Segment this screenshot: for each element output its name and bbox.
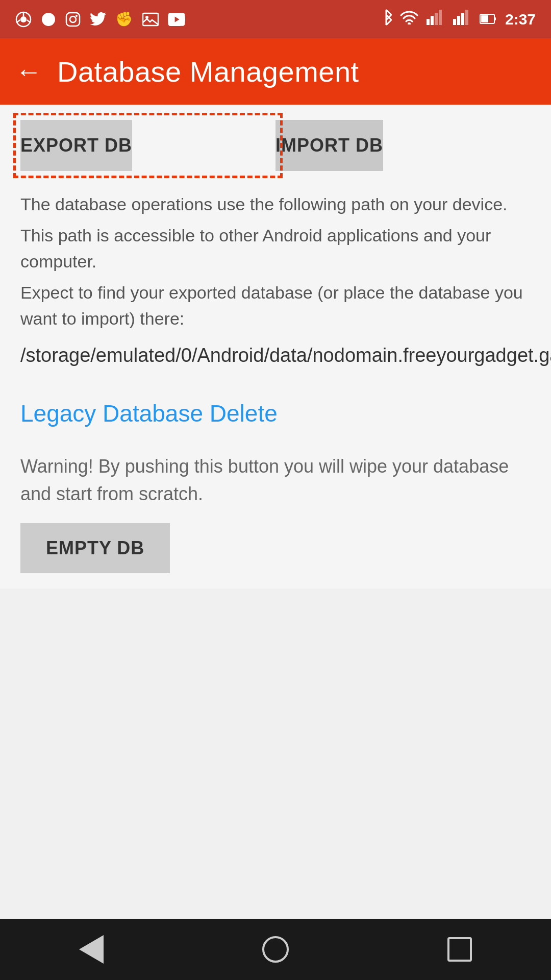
svg-rect-15 xyxy=(439,10,442,25)
time: 2:37 xyxy=(505,11,536,28)
status-bar: ✊ xyxy=(0,0,551,38)
bluetooth-icon xyxy=(381,9,392,30)
legacy-db-heading: Legacy Database Delete xyxy=(20,400,531,427)
svg-point-7 xyxy=(70,16,76,22)
svg-rect-12 xyxy=(427,19,430,25)
warning-text: Warning! By pushing this button you will… xyxy=(20,453,531,508)
svg-rect-18 xyxy=(461,13,464,25)
svg-point-5 xyxy=(42,13,55,26)
back-nav-icon xyxy=(79,935,104,964)
description-line1: The database operations use the followin… xyxy=(20,191,531,217)
svg-point-1 xyxy=(20,16,27,22)
app-bar: ← Database Management xyxy=(0,38,551,105)
battery-icon xyxy=(480,11,497,28)
svg-rect-21 xyxy=(481,15,488,22)
image-icon xyxy=(142,12,159,27)
circle-icon xyxy=(41,12,56,27)
nav-bar xyxy=(0,919,551,980)
status-bar-right-icons: 2:37 xyxy=(381,9,536,30)
nav-recents-button[interactable] xyxy=(447,937,472,962)
description-line2: This path is accessible to other Android… xyxy=(20,223,531,275)
youtube-icon xyxy=(168,13,185,26)
export-db-wrapper: EXPORT DB xyxy=(20,120,276,171)
home-nav-icon xyxy=(262,936,289,963)
status-bar-icons: ✊ xyxy=(15,11,185,28)
import-db-button[interactable]: IMPORT DB xyxy=(276,120,383,171)
svg-rect-14 xyxy=(435,13,438,25)
wifi-icon xyxy=(400,10,418,28)
svg-rect-17 xyxy=(457,16,460,25)
export-db-button[interactable]: EXPORT DB xyxy=(20,120,132,171)
import-db-wrapper: IMPORT DB xyxy=(276,120,531,171)
signal-icon-2 xyxy=(453,10,471,29)
db-buttons-row: EXPORT DB IMPORT DB xyxy=(20,120,531,171)
page-title: Database Management xyxy=(57,55,359,88)
svg-rect-19 xyxy=(465,10,468,25)
back-button[interactable]: ← xyxy=(15,58,42,85)
nav-home-button[interactable] xyxy=(262,936,289,963)
svg-rect-6 xyxy=(66,13,80,26)
svg-point-11 xyxy=(408,22,411,24)
svg-rect-13 xyxy=(431,16,434,25)
recents-nav-icon xyxy=(447,937,472,962)
main-content: EXPORT DB IMPORT DB The database operati… xyxy=(0,105,551,589)
svg-rect-9 xyxy=(143,13,158,26)
svg-rect-16 xyxy=(453,19,456,25)
chrome-icon xyxy=(15,11,32,28)
fist-icon: ✊ xyxy=(115,11,133,28)
storage-path: /storage/emulated/0/Android/data/nodomai… xyxy=(20,342,531,369)
description-line3: Expect to find your exported database (o… xyxy=(20,280,531,332)
empty-db-button[interactable]: EMPTY DB xyxy=(20,523,170,573)
twitter-icon xyxy=(90,12,106,27)
instagram-icon xyxy=(65,12,81,27)
signal-icon xyxy=(427,10,445,29)
nav-back-button[interactable] xyxy=(79,935,104,964)
svg-point-8 xyxy=(76,15,78,17)
